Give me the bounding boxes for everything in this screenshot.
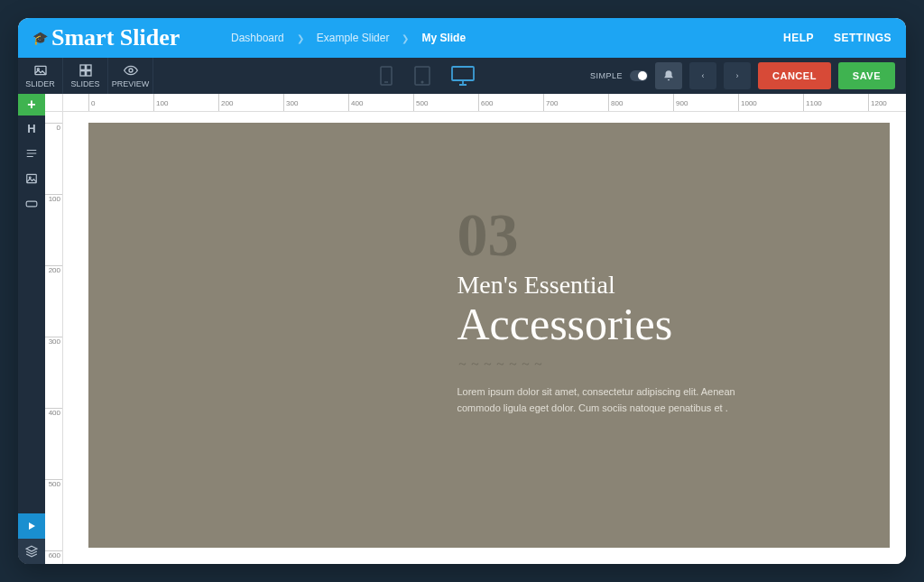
svg-rect-3 [86, 65, 90, 69]
crumb-current[interactable]: My Slide [421, 32, 466, 44]
topbar-right: HELP SETTINGS [783, 32, 892, 44]
crumb-dashboard[interactable]: Dashboard [231, 32, 284, 44]
slide-content[interactable]: 03 Men's Essential Accessories ～～～～～～～ L… [457, 204, 763, 416]
svg-point-6 [129, 69, 133, 72]
mode-slides[interactable]: SLIDES [63, 58, 108, 94]
image-icon [33, 63, 48, 78]
slide-number[interactable]: 03 [457, 204, 763, 265]
settings-link[interactable]: SETTINGS [834, 32, 892, 44]
mode-slider[interactable]: SLIDER [18, 58, 63, 94]
graduation-cap-icon: 🎓 [32, 31, 48, 46]
device-desktop[interactable] [451, 66, 475, 86]
logo-text: Smart Slider [51, 24, 180, 51]
image-icon [25, 172, 38, 185]
simple-toggle[interactable] [630, 70, 648, 81]
text-tool[interactable] [18, 141, 45, 166]
crumb-example-slider[interactable]: Example Slider [317, 32, 390, 44]
device-group [379, 66, 475, 86]
help-link[interactable]: HELP [783, 32, 814, 44]
ruler-horizontal[interactable]: 0100200300400500600700800900100011001200 [63, 94, 906, 112]
next-button[interactable]: › [724, 62, 751, 89]
desktop-icon [451, 66, 475, 86]
svg-rect-2 [80, 65, 85, 69]
main: + H 01 [18, 94, 906, 564]
svg-rect-17 [27, 174, 37, 182]
slide-title[interactable]: Accessories [457, 301, 763, 346]
notifications-button[interactable] [655, 62, 682, 89]
device-phone[interactable] [379, 66, 393, 86]
slide-body[interactable]: Lorem ipsum dolor sit amet, consectetur … [457, 384, 763, 416]
mode-preview[interactable]: PREVIEW [108, 58, 153, 94]
simple-label: SIMPLE [590, 71, 623, 80]
phone-icon [379, 66, 393, 86]
ruler-vertical[interactable]: 0100200300400500600 [45, 112, 63, 564]
app-window: 🎓 Smart Slider Dashboard ❯ Example Slide… [18, 18, 906, 564]
layers-button[interactable] [18, 539, 45, 564]
layers-icon [25, 545, 38, 558]
plus-icon: + [27, 97, 35, 113]
eye-icon [124, 63, 138, 78]
svg-rect-5 [86, 71, 90, 76]
button-tool[interactable] [18, 191, 45, 217]
canvas-wrap: 03 Men's Essential Accessories ～～～～～～～ L… [63, 112, 906, 564]
chevron-right-icon: › [736, 71, 739, 80]
topbar: 🎓 Smart Slider Dashboard ❯ Example Slide… [18, 18, 906, 58]
workspace: 0100200300400500600700800900100011001200… [45, 94, 906, 564]
device-tablet[interactable] [413, 66, 431, 86]
prev-button[interactable]: ‹ [689, 62, 716, 89]
chevron-right-icon: ❯ [402, 33, 409, 43]
play-button[interactable] [18, 513, 45, 539]
heading-tool[interactable]: H [18, 115, 45, 141]
play-icon [26, 521, 37, 531]
chevron-right-icon: ❯ [297, 33, 304, 43]
svg-rect-4 [80, 71, 85, 76]
grid-icon [79, 63, 93, 78]
toolbar: SLIDER SLIDES PREVIEW SIMPLE [18, 58, 906, 94]
svg-point-10 [421, 81, 423, 83]
lines-icon [25, 147, 38, 160]
save-button[interactable]: SAVE [838, 62, 895, 89]
image-tool[interactable] [18, 166, 45, 191]
wave-divider[interactable]: ～～～～～～～ [457, 356, 763, 372]
bell-icon [662, 69, 675, 82]
ruler-corner [45, 94, 63, 112]
svg-rect-11 [452, 67, 474, 80]
tablet-icon [413, 66, 431, 86]
cancel-button[interactable]: CANCEL [758, 62, 831, 89]
sidebar: + H [18, 94, 45, 564]
button-icon [25, 199, 38, 208]
chevron-left-icon: ‹ [702, 71, 705, 80]
logo[interactable]: 🎓 Smart Slider [32, 24, 231, 51]
mode-group: SLIDER SLIDES PREVIEW [18, 58, 153, 94]
heading-icon: H [27, 122, 35, 135]
breadcrumb: Dashboard ❯ Example Slider ❯ My Slide [231, 32, 466, 44]
svg-rect-19 [26, 201, 37, 207]
add-button[interactable]: + [18, 94, 45, 115]
canvas[interactable]: 03 Men's Essential Accessories ～～～～～～～ L… [88, 123, 890, 548]
toolbar-right: SIMPLE ‹ › CANCEL SAVE [590, 62, 906, 89]
slide-subtitle[interactable]: Men's Essential [457, 271, 763, 300]
